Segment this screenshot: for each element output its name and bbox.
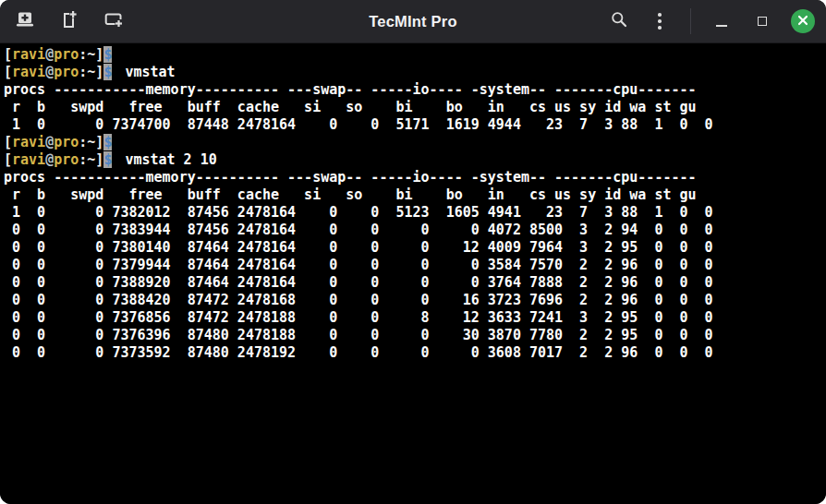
minimize-icon [716, 25, 727, 27]
prompt-host: pro [54, 134, 79, 150]
prompt-colon: : [79, 46, 87, 63]
prompt-at: @ [45, 46, 54, 63]
new-window-icon [15, 10, 35, 32]
prompt-dollar: $ [103, 151, 112, 168]
kebab-menu-icon [658, 13, 662, 30]
terminal-prompt-line: [ravi@pro:~]$vmstat [4, 64, 826, 81]
terminal-prompt-line: [ravi@pro:~]$vmstat 2 10 [4, 151, 826, 169]
terminal-output-line: 0 0 0 7376396 87480 2478188 0 0 0 30 387… [4, 327, 826, 344]
prompt-user: ravi [12, 151, 45, 168]
terminal-prompt-line: [ravi@pro:~]$ [4, 134, 826, 151]
close-icon [797, 13, 808, 30]
prompt-bracket-open: [ [4, 151, 12, 168]
prompt-bracket-open: [ [4, 134, 12, 150]
menu-button[interactable] [648, 9, 672, 33]
prompt-dollar: $ [103, 134, 112, 150]
terminal-output-line: 0 0 0 7383944 87456 2478164 0 0 0 0 4072… [4, 222, 826, 239]
terminal-output-line: 0 0 0 7380140 87464 2478164 0 0 0 12 400… [4, 239, 826, 257]
prompt-bracket-open: [ [4, 64, 12, 80]
prompt-colon: : [79, 134, 87, 150]
prompt-bracket-open: [ [4, 46, 12, 63]
terminal-window: TecMInt Pro [0, 0, 826, 504]
close-button[interactable] [791, 9, 815, 33]
search-icon [610, 10, 628, 32]
prompt-cwd: ~ [87, 46, 95, 63]
new-window-button[interactable] [13, 9, 37, 33]
maximize-button[interactable] [750, 9, 774, 33]
prompt-cwd: ~ [87, 134, 95, 150]
prompt-at: @ [45, 151, 54, 168]
prompt-user: ravi [12, 134, 45, 150]
terminal-prompt-line: [ravi@pro:~]$ [4, 46, 826, 64]
tab-overview-button[interactable] [102, 9, 126, 33]
titlebar[interactable]: TecMInt Pro [0, 0, 826, 43]
terminal-output-line: 0 0 0 7388420 87472 2478168 0 0 0 16 372… [4, 292, 826, 309]
terminal-output-line: 0 0 0 7388920 87464 2478164 0 0 0 0 3764… [4, 274, 826, 292]
titlebar-right-actions [607, 8, 826, 34]
terminal-output-line: procs -----------memory---------- ---swa… [4, 81, 826, 99]
prompt-host: pro [54, 46, 79, 63]
terminal-output-line: 0 0 0 7376856 87472 2478188 0 0 8 12 363… [4, 309, 826, 327]
prompt-user: ravi [12, 64, 45, 80]
tab-overview-icon [103, 11, 124, 32]
new-tab-icon [60, 10, 79, 33]
new-tab-button[interactable] [57, 9, 81, 33]
terminal-output-line: r b swpd free buff cache si so bi bo in … [4, 99, 826, 116]
terminal-output-line: 1 0 0 7382012 87456 2478164 0 0 5123 160… [4, 204, 826, 222]
command-text: vmstat 2 10 [125, 151, 216, 168]
search-button[interactable] [607, 9, 631, 33]
command-text: vmstat [125, 64, 175, 80]
terminal-content[interactable]: [ravi@pro:~]$[ravi@pro:~]$vmstatprocs --… [0, 43, 826, 504]
terminal-output-line: 1 0 0 7374700 87448 2478164 0 0 5171 161… [4, 116, 826, 134]
maximize-icon [758, 17, 767, 26]
prompt-dollar: $ [103, 64, 112, 80]
terminal-output-line: 0 0 0 7373592 87480 2478192 0 0 0 0 3608… [4, 344, 826, 362]
terminal-output-line: 0 0 0 7379944 87464 2478164 0 0 0 0 3584… [4, 257, 826, 274]
prompt-at: @ [45, 64, 54, 80]
titlebar-separator [690, 8, 691, 34]
prompt-at: @ [45, 134, 54, 150]
titlebar-left-actions [0, 9, 126, 33]
prompt-cwd: ~ [87, 64, 95, 80]
prompt-colon: : [79, 151, 87, 168]
prompt-user: ravi [12, 46, 45, 63]
minimize-button[interactable] [710, 9, 734, 33]
prompt-host: pro [54, 151, 79, 168]
terminal-output-line: r b swpd free buff cache si so bi bo in … [4, 186, 826, 204]
terminal-output-line: procs -----------memory---------- ---swa… [4, 169, 826, 186]
prompt-cwd: ~ [87, 151, 95, 168]
prompt-colon: : [79, 64, 87, 80]
prompt-dollar: $ [103, 46, 112, 63]
prompt-host: pro [54, 64, 79, 80]
